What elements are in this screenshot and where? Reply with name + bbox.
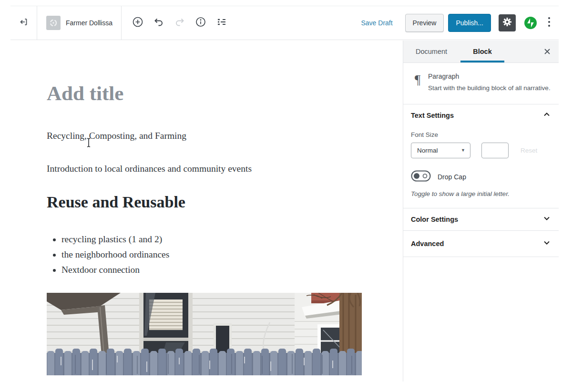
jetpack-icon [523,23,538,31]
advanced-title: Advanced [411,240,444,248]
chevron-down-icon [542,238,551,249]
list-item[interactable]: Nextdoor connection [61,262,362,278]
paragraph-block[interactable]: Recycling, Composting, and Farming [47,129,362,142]
info-icon [195,16,206,30]
undo-button[interactable] [150,14,167,31]
list-block[interactable]: recycling plastics (1 and 2) the neighbo… [47,232,362,278]
sidebar-tabbar: Document Block [403,41,559,63]
image-block[interactable] [47,293,362,375]
color-settings-title: Color Settings [411,216,458,223]
more-menu-icon [548,16,551,30]
drop-cap-label: Drop Cap [438,173,466,181]
heading-block[interactable]: Reuse and Reusable [47,193,362,212]
paragraph-block-icon: ¶ [415,73,425,93]
gear-icon [502,17,512,29]
exit-editor-icon [19,17,29,29]
reset-font-size-button[interactable]: Reset [521,147,537,154]
custom-font-size-input[interactable] [481,143,509,158]
font-size-select[interactable]: Normal ▼ [411,143,470,158]
list-item[interactable]: the neighborhood ordinances [61,247,362,262]
advanced-header[interactable]: Advanced [411,231,551,257]
site-name: Farmer Dollissa [66,19,112,27]
advanced-panel: Advanced [403,231,559,257]
exit-editor-button[interactable] [10,6,37,40]
inserter-plus-icon [132,16,144,30]
list-item[interactable]: recycling plastics (1 and 2) [61,232,362,247]
undo-icon [153,16,164,30]
drop-cap-hint: Toggle to show a large initial letter. [411,190,551,197]
chevron-down-icon [542,214,551,225]
tab-block[interactable]: Block [460,41,505,62]
jetpack-button[interactable] [523,16,538,30]
site-logo-icon [46,16,61,30]
preview-button[interactable]: Preview [405,14,444,32]
settings-sidebar: Document Block ¶ Paragraph Start with th… [403,41,559,382]
drop-cap-toggle[interactable] [411,170,431,184]
redo-button[interactable] [171,14,188,31]
chevron-down-icon: ▼ [461,148,465,153]
content-structure-icon [216,16,227,30]
more-menu-button[interactable] [543,14,555,31]
paragraph-block[interactable]: Introduction to local ordinances and com… [47,162,362,175]
block-card: ¶ Paragraph Start with the building bloc… [403,63,559,104]
post-title-input[interactable]: Add title [47,41,362,105]
view-site-button[interactable]: Farmer Dollissa [37,6,122,40]
editor-canvas: Add title Recycling, Composting, and Far… [10,41,403,382]
content-structure-button[interactable] [213,14,230,31]
tab-document[interactable]: Document [403,41,460,62]
block-card-description: Start with the building block of all nar… [428,83,551,93]
chevron-up-icon [542,110,551,121]
info-button[interactable] [192,14,209,31]
editor-toolbar: Farmer Dollissa [10,6,559,40]
font-size-label: Font Size [411,131,551,138]
color-settings-header[interactable]: Color Settings [411,208,551,230]
color-settings-panel: Color Settings [403,208,559,231]
settings-button[interactable] [499,14,516,31]
font-size-selected-value: Normal [417,147,438,154]
block-card-title: Paragraph [428,72,551,80]
redo-icon [174,16,185,30]
text-settings-panel: Text Settings Font Size Normal ▼ Reset [403,104,559,208]
save-draft-button[interactable]: Save Draft [361,19,392,27]
close-sidebar-button[interactable] [543,48,551,55]
block-inserter-button[interactable] [129,14,146,31]
text-settings-title: Text Settings [411,112,454,119]
text-settings-header[interactable]: Text Settings [411,104,551,126]
publish-button[interactable]: Publish... [448,14,491,32]
